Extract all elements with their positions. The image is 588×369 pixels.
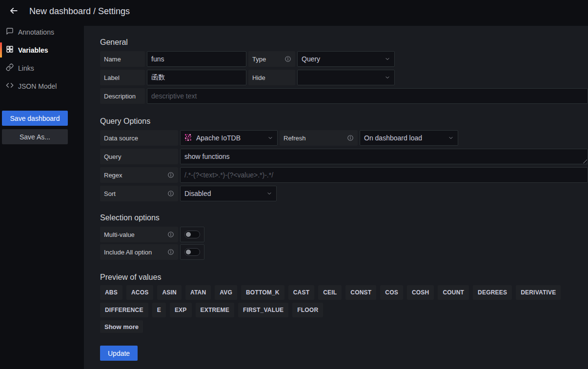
sidebar-item-label: JSON Model [18, 82, 57, 90]
name-type-row: Name Type Query [100, 51, 588, 67]
preview-value-chip[interactable]: EXTREME [196, 303, 234, 317]
preview-value-chip[interactable]: DIFFERENCE [100, 303, 148, 317]
description-row: Description [100, 88, 588, 104]
preview-heading: Preview of values [100, 272, 588, 282]
general-heading: General [100, 38, 588, 47]
sidebar-item-links[interactable]: Links [0, 59, 84, 77]
chevron-down-icon [385, 56, 390, 62]
sidebar-item-variables[interactable]: Variables [0, 41, 84, 59]
sort-row: Sort Disabled [100, 186, 588, 201]
apache-iotdb-logo [184, 134, 192, 143]
preview-value-chip[interactable]: E [152, 303, 166, 317]
sidebar-item-label: Variables [18, 46, 48, 54]
hide-label: Hide [248, 70, 295, 85]
sidebar-item-label: Links [18, 64, 34, 72]
query-label: Query [100, 149, 178, 164]
info-icon[interactable] [167, 249, 174, 255]
preview-value-chip[interactable]: EXP [170, 303, 192, 317]
sort-label: Sort [100, 186, 178, 201]
sidebar-item-label: Annotations [18, 28, 54, 36]
info-icon[interactable] [167, 190, 174, 197]
include-all-row: Include All option [100, 244, 588, 260]
info-icon[interactable] [347, 135, 354, 141]
page-header: New dashboard / Settings [0, 0, 588, 23]
chevron-down-icon [266, 191, 272, 196]
preview-value-chip[interactable]: COUNT [438, 285, 469, 300]
sidebar-item-json-model[interactable]: JSON Model [0, 77, 84, 95]
label-label: Label [100, 70, 145, 85]
variables-grid-icon [6, 45, 14, 55]
description-input[interactable] [147, 88, 588, 104]
preview-value-chip[interactable]: DEGREES [473, 285, 512, 300]
preview-value-chip[interactable]: ASIN [157, 285, 181, 300]
preview-value-chip[interactable]: CONST [345, 285, 376, 300]
include-all-label: Include All option [100, 244, 178, 260]
preview-value-chip[interactable]: BOTTOM_K [241, 285, 284, 300]
sidebar-item-annotations[interactable]: Annotations [0, 23, 84, 41]
info-icon[interactable] [167, 172, 174, 178]
data-source-select[interactable]: Apache IoTDB [180, 130, 278, 146]
preview-value-chip[interactable]: FLOOR [292, 303, 323, 317]
save-dashboard-button[interactable]: Save dashboard [2, 111, 68, 126]
save-as-button[interactable]: Save As... [2, 129, 68, 144]
data-source-label: Data source [100, 130, 178, 146]
preview-value-chip[interactable]: COSH [407, 285, 434, 300]
preview-value-chip[interactable]: COS [380, 285, 403, 300]
update-button[interactable]: Update [100, 346, 138, 361]
label-input[interactable] [147, 70, 246, 85]
sort-select[interactable]: Disabled [180, 186, 277, 201]
multi-value-toggle[interactable] [180, 227, 204, 242]
preview-value-chip[interactable]: CEIL [318, 285, 342, 300]
toggle-off-icon [184, 231, 200, 238]
multi-value-row: Multi-value [100, 227, 588, 242]
selection-options-heading: Selection options [100, 213, 588, 223]
refresh-label: Refresh [280, 130, 358, 146]
type-select[interactable]: Query [297, 51, 395, 67]
preview-value-chip[interactable]: ATAN [185, 285, 211, 300]
name-input[interactable] [147, 51, 246, 67]
chevron-down-icon [448, 135, 454, 141]
name-label: Name [100, 51, 145, 67]
preview-value-chip[interactable]: CAST [288, 285, 314, 300]
code-brackets-icon [6, 81, 14, 91]
link-icon [6, 63, 14, 73]
comment-icon [6, 27, 14, 37]
type-label: Type [248, 51, 295, 67]
variable-editor-panel: General Name Type Query Label Hide [84, 26, 588, 369]
query-row: Query show functions [100, 149, 588, 164]
regex-row: Regex [100, 167, 588, 183]
description-label: Description [100, 88, 145, 104]
chevron-down-icon [385, 75, 390, 80]
regex-input[interactable] [180, 167, 588, 183]
page-title: New dashboard / Settings [29, 6, 130, 17]
show-more-button[interactable]: Show more [100, 320, 143, 333]
preview-values-list: ABSACOSASINATANAVGBOTTOM_KCASTCEILCONSTC… [100, 285, 588, 317]
include-all-toggle[interactable] [180, 244, 204, 260]
hide-select[interactable] [297, 70, 395, 85]
refresh-select[interactable]: On dashboard load [360, 130, 458, 146]
preview-value-chip[interactable]: FIRST_VALUE [238, 303, 288, 317]
toggle-off-icon [184, 248, 200, 256]
regex-label: Regex [100, 167, 178, 183]
query-input[interactable]: show functions [180, 149, 588, 164]
info-icon[interactable] [167, 231, 174, 238]
settings-sidebar: Annotations Variables Links JSON Model S… [0, 23, 84, 369]
arrow-left-icon [9, 6, 19, 17]
info-icon[interactable] [284, 56, 291, 62]
grafana-settings-screen: New dashboard / Settings Annotations Var… [0, 0, 588, 369]
back-button[interactable] [5, 3, 22, 20]
datasource-refresh-row: Data source Apache IoTDB [100, 130, 588, 146]
chevron-down-icon [267, 135, 273, 141]
multi-value-label: Multi-value [100, 227, 178, 242]
query-options-heading: Query Options [100, 117, 588, 126]
preview-value-chip[interactable]: AVG [215, 285, 237, 300]
preview-value-chip[interactable]: ACOS [126, 285, 153, 300]
preview-value-chip[interactable]: ABS [100, 285, 122, 300]
label-hide-row: Label Hide [100, 70, 588, 85]
preview-value-chip[interactable]: DERIVATIVE [516, 285, 561, 300]
